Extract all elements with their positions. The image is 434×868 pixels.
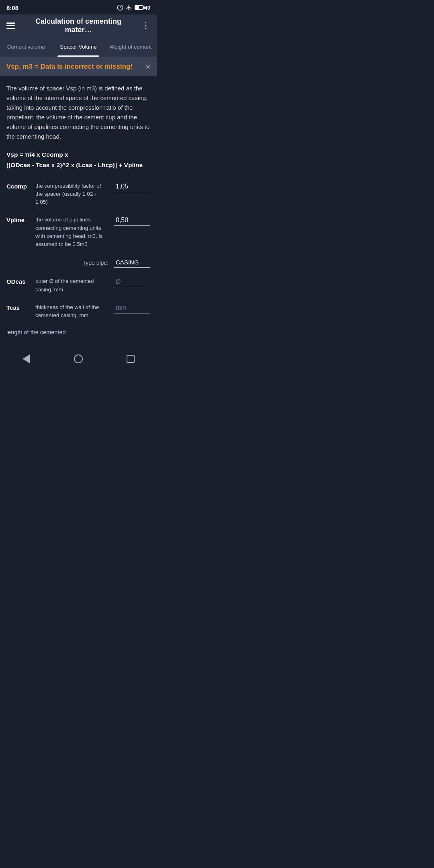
tab-bar: Cement volume Spacer Volume Weight of ce… (0, 37, 157, 57)
formula-line2: [(ODcas - Tcas x 2)^2 x (Lcas - Lhcp)] +… (6, 160, 150, 170)
type-pipe-selector[interactable]: CASING (114, 258, 150, 268)
tcas-description: thickness of the wall of the cemented ca… (35, 303, 110, 320)
tcas-row: Tcas thickness of the wall of the cement… (6, 303, 150, 320)
type-pipe-label: Type pipe: (82, 260, 108, 266)
type-pipe-row: Type pipe: CASING (6, 258, 150, 268)
ccomp-label: Ccomp (6, 182, 31, 190)
vpline-description: the volume of pipelines connecting cemen… (35, 216, 110, 248)
partial-row: length of the cemented (6, 329, 150, 338)
vpline-input[interactable] (114, 216, 150, 226)
top-bar: Calculation of cementing mater… ⋮ (0, 14, 157, 37)
vpline-input-wrapper (114, 216, 150, 227)
description-text: The volume of spacer Vsp (in m3) is defi… (6, 84, 150, 141)
alert-close-button[interactable]: × (145, 63, 150, 71)
formula-block: Vsp = π/4 x Ccomp x [(ODcas - Tcas x 2)^… (6, 149, 150, 171)
content-area: The volume of spacer Vsp (in m3) is defi… (0, 76, 157, 345)
airplane-icon (126, 4, 132, 11)
tab-weight-of-cement[interactable]: Weight of cement (104, 37, 157, 57)
home-button[interactable] (69, 349, 88, 368)
status-bar: 8:08 49 (0, 0, 157, 14)
status-time: 8:08 (6, 4, 18, 11)
ccomp-description: the compressibility factor of the spacer… (35, 182, 110, 207)
vpline-label: Vpline (6, 216, 31, 223)
alert-text: Vsp, m3 = Data is incorrect or missing! (6, 63, 142, 71)
battery-icon: 49 (135, 5, 150, 11)
tab-spacer-volume[interactable]: Spacer Volume (52, 37, 104, 57)
recents-button[interactable] (121, 349, 140, 368)
recents-icon (127, 355, 135, 363)
back-button[interactable] (16, 349, 36, 368)
alert-banner: Vsp, m3 = Data is incorrect or missing! … (0, 57, 157, 76)
tcas-input-wrapper (114, 303, 150, 315)
tcas-input[interactable] (114, 303, 150, 313)
tcas-label: Tcas (6, 303, 31, 311)
odcas-input[interactable] (114, 277, 150, 287)
odcas-input-wrapper (114, 277, 150, 289)
hamburger-menu-button[interactable] (6, 23, 15, 29)
ccomp-input-wrapper (114, 182, 150, 194)
formula-line1: Vsp = π/4 x Ccomp x (6, 149, 150, 160)
bottom-nav (0, 348, 157, 369)
more-options-button[interactable]: ⋮ (141, 21, 150, 30)
home-icon (74, 354, 83, 363)
odcas-description: outer Ø of the cemented casing, mm (35, 277, 110, 294)
clock-icon (117, 4, 123, 11)
back-icon (23, 354, 30, 363)
ccomp-input[interactable] (114, 182, 150, 192)
ccomp-row: Ccomp the compressibility factor of the … (6, 182, 150, 207)
odcas-row: ODcas outer Ø of the cemented casing, mm (6, 277, 150, 294)
tab-cement-volume[interactable]: Cement volume (0, 37, 52, 57)
odcas-label: ODcas (6, 277, 31, 285)
app-title: Calculation of cementing mater… (21, 17, 136, 34)
status-icons: 49 (117, 4, 150, 11)
vpline-row: Vpline the volume of pipelines connectin… (6, 216, 150, 248)
battery-level: 49 (145, 5, 150, 11)
